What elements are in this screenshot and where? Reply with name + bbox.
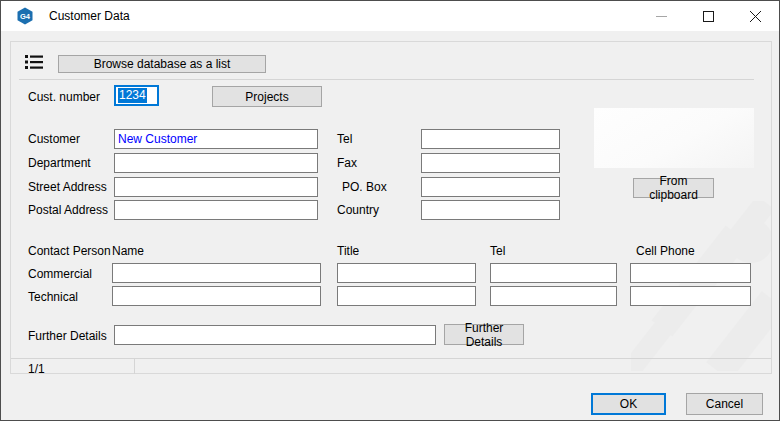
browse-database-button[interactable]: Browse database as a list [58,55,266,73]
tel-label: Tel [337,132,352,146]
contact-col-tel-header: Tel [490,244,505,258]
po-box-input[interactable] [421,177,560,197]
fax-input[interactable] [421,153,560,173]
technical-cellphone-input[interactable] [630,286,751,306]
projects-button[interactable]: Projects [212,86,322,107]
from-clipboard-button[interactable]: From clipboard [633,178,714,198]
record-indicator: 1/1 [28,362,45,376]
ok-button[interactable]: OK [591,393,666,415]
maximize-button[interactable] [685,1,732,31]
customer-label: Customer [28,132,80,146]
contact-col-cellphone-header: Cell Phone [636,244,695,258]
street-address-input[interactable] [114,177,318,197]
technical-name-input[interactable] [112,286,321,306]
commercial-name-input[interactable] [112,263,321,283]
cancel-button[interactable]: Cancel [686,393,763,415]
tel-input[interactable] [421,129,560,149]
window-controls [638,1,779,31]
close-button[interactable] [732,1,779,31]
commercial-row-label: Commercial [28,267,92,281]
postal-address-label: Postal Address [28,203,108,217]
maximize-icon [703,11,714,22]
contact-col-title-header: Title [337,244,359,258]
country-label: Country [337,203,379,217]
contact-col-name-header: Name [112,244,144,258]
close-icon [750,11,761,22]
contact-person-label: Contact Person [28,244,111,258]
postal-address-input[interactable] [114,200,318,220]
cust-number-label: Cust. number [28,90,100,104]
cust-number-selected-text: 1234 [118,88,147,103]
commercial-title-input[interactable] [337,263,476,283]
statusbar-top-separator [11,358,771,359]
logo-image-placeholder [594,108,754,168]
app-g4-icon: G4 [16,7,34,25]
technical-title-input[interactable] [337,286,476,306]
toolbar-separator [19,79,754,80]
commercial-tel-input[interactable] [490,263,617,283]
street-address-label: Street Address [28,180,107,194]
technical-row-label: Technical [28,290,78,304]
department-label: Department [28,156,91,170]
po-box-label: PO. Box [342,180,387,194]
window-title: Customer Data [49,9,130,23]
minimize-icon [656,11,667,22]
further-details-button[interactable]: Further Details [444,324,524,345]
minimize-button[interactable] [638,1,685,31]
department-input[interactable] [114,153,318,173]
customer-input[interactable] [114,129,318,149]
list-icon [25,54,43,70]
country-input[interactable] [421,200,560,220]
fax-label: Fax [337,156,357,170]
technical-tel-input[interactable] [490,286,617,306]
customer-data-dialog: G4 Customer Data [0,0,780,421]
cust-number-input[interactable]: 1234 [114,85,159,106]
statusbar-divider [134,359,135,374]
further-details-input[interactable] [114,325,436,345]
commercial-cellphone-input[interactable] [630,263,751,283]
title-bar: G4 Customer Data [1,1,779,31]
further-details-label: Further Details [28,329,107,343]
svg-text:G4: G4 [20,12,31,21]
